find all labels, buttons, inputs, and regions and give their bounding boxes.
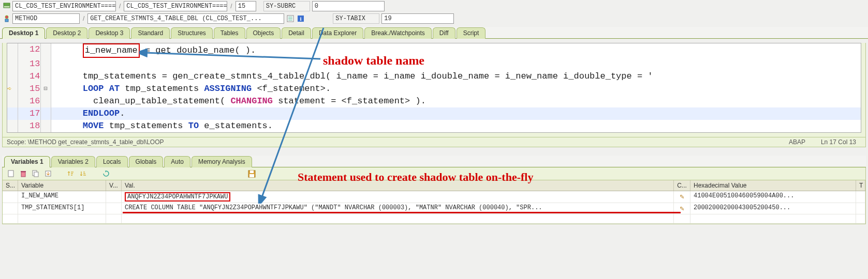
language-indicator: ABAP [789,138,805,146]
var-name[interactable]: I_NEW_NAME [18,191,106,203]
code-line-13: 13 [7,58,861,70]
tab-script[interactable]: Script [457,27,486,39]
tab-globals[interactable]: Globals [129,156,164,167]
line-field[interactable]: 15 [236,1,256,11]
code-line-18: 18 MOVE tmp_statements TO e_statements. [7,120,861,132]
variables-header: S... Variable V... Val. C... Hexadecimal… [3,180,865,191]
tab-detail[interactable]: Detail [282,27,311,39]
col-variable[interactable]: Variable [18,180,106,191]
tab-variables-1[interactable]: Variables 1 [4,156,50,167]
status-bar: Scope: \METHOD get_create_stmnts_4_table… [3,137,865,147]
cursor-position: Ln 17 Col 13 [821,138,856,146]
class-field-1[interactable]: CL_CDS_TEST_ENVIRONMENT======... [12,1,116,11]
sy-subrc-label: SY-SUBRC [263,1,310,11]
table-row [3,214,865,224]
code-line-16: 16 clean_up_table_statement( CHANGING st… [7,95,861,107]
tab-locals[interactable]: Locals [96,156,128,167]
sy-tabix-label: SY-TABIX [333,13,379,24]
tab-structures[interactable]: Structures [171,27,213,39]
svg-rect-15 [34,172,38,177]
tab-objects[interactable]: Objects [246,27,281,39]
code-line-12: 12 i_new_name = get_double_name( ). [7,43,861,58]
method-field[interactable]: GET_CREATE_STMNTS_4_TABLE_DBL (CL_CDS_TE… [87,13,284,24]
svg-point-2 [5,16,8,19]
sort-asc-icon[interactable] [67,169,75,178]
edit-icon[interactable]: ✎ [680,193,684,201]
scope-text: Scope: \METHOD get_create_stmnts_4_table… [7,138,164,146]
svg-rect-1 [4,6,10,8]
code-line-17: 17 ENDLOOP. [7,107,861,120]
tab-memory-analysis[interactable]: Memory Analysis [192,156,252,167]
fold-toggle[interactable]: ⊟ [40,83,51,95]
variable-tabs: Variables 1 Variables 2 Locals Globals A… [2,156,866,167]
col-hex[interactable]: Hexadecimal Value [690,180,856,191]
svg-rect-25 [249,174,254,177]
code-panel: 12 i_new_name = get_double_name( ). 13 1… [2,43,866,147]
separator: / [82,15,85,22]
svg-rect-0 [4,3,10,5]
svg-rect-11 [8,171,13,177]
context-row-1: CL_CDS_TEST_ENVIRONMENT======... / CL_CD… [0,0,868,12]
sort-desc-icon[interactable] [79,169,87,178]
tab-break-watchpoints[interactable]: Break./Watchpoints [364,27,432,39]
var-hex[interactable]: 20002000200043005200450... [690,203,856,214]
col-s[interactable]: S... [3,180,18,191]
copy-icon[interactable] [32,169,40,178]
tab-tables[interactable]: Tables [214,27,245,39]
variables-toolbar: Statement used to create shadow table on… [3,167,865,180]
sy-tabix-value[interactable]: 19 [381,13,454,24]
refresh-icon[interactable] [102,169,110,178]
info-icon[interactable]: i [297,14,305,23]
obj-type-field[interactable]: METHOD [12,13,80,24]
var-hex[interactable]: 41004E005100460059004A00... [690,191,856,203]
list-icon[interactable] [286,14,295,23]
tab-standard[interactable]: Standard [131,27,170,39]
tab-desktop-1[interactable]: Desktop 1 [2,27,45,39]
tab-data-explorer[interactable]: Data Explorer [312,27,363,39]
tab-desktop-3[interactable]: Desktop 3 [89,27,130,39]
tab-variables-2[interactable]: Variables 2 [51,156,95,167]
code-line-15: ➪ 15 ⊟ LOOP AT tmp_statements ASSIGNING … [7,83,861,95]
var-value-boxed[interactable]: ANQFYJN2Z34POPAHWNTF7JPKAWU [125,192,230,202]
tab-desktop-2[interactable]: Desktop 2 [46,27,87,39]
table-row: I_NEW_NAME ANQFYJN2Z34POPAHWNTF7JPKAWU ✎… [3,191,865,203]
svg-rect-24 [250,171,254,173]
stack-icon [3,3,10,10]
current-line-arrow-icon: ➪ [7,85,11,93]
debugger-tabs: Desktop 1 Desktop 2 Desktop 3 Standard S… [0,27,868,39]
separator: / [229,3,233,10]
col-c[interactable]: C... [674,180,690,191]
var-name[interactable]: TMP_STATEMENTS[1] [18,203,106,214]
code-line-14: 14 tmp_statements = gen_create_stmnts_4_… [7,70,861,83]
tab-auto[interactable]: Auto [164,156,190,167]
variables-body: I_NEW_NAME ANQFYJN2Z34POPAHWNTF7JPKAWU ✎… [3,191,865,224]
col-val[interactable]: Val. [122,180,674,191]
svg-rect-13 [21,171,26,172]
export-icon[interactable] [44,169,52,178]
sy-subrc-value[interactable]: 0 [312,1,385,11]
svg-text:i: i [300,16,302,22]
class-field-2[interactable]: CL_CDS_TEST_ENVIRONMENT======... [124,1,227,11]
method-icon [3,15,10,22]
new-icon[interactable] [7,169,15,178]
context-row-2: METHOD / GET_CREATE_STMNTS_4_TABLE_DBL (… [0,12,868,25]
col-t[interactable]: T [856,180,865,191]
svg-rect-12 [21,172,25,177]
save-icon[interactable] [247,169,256,178]
svg-rect-3 [5,19,8,22]
col-v[interactable]: V... [106,180,122,191]
delete-icon[interactable] [19,169,27,178]
separator: / [118,3,122,10]
source-editor[interactable]: 12 i_new_name = get_double_name( ). 13 1… [7,43,861,133]
tab-diff[interactable]: Diff [433,27,455,39]
annotation-underline [123,212,681,213]
variables-panel: Statement used to create shadow table on… [2,167,866,224]
